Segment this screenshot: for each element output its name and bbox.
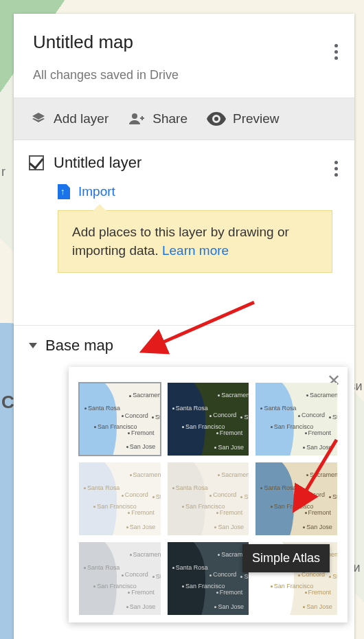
thumb-city-label: Santa Rosa [260, 405, 296, 412]
thumb-city-label: Santa Rosa [84, 405, 120, 412]
basemap-style-thumb[interactable]: SacramentoSanta RosaConcordStocktSan Fra… [167, 382, 250, 456]
toolbar: Add layer Share Preview [14, 98, 354, 140]
thumb-city-label: San Jose [214, 603, 244, 610]
preview-button[interactable]: Preview [207, 111, 280, 126]
collapse-triangle-icon [29, 343, 37, 348]
thumb-city-label: Stockt [152, 414, 161, 421]
thumb-city-label: Fremont [128, 509, 155, 516]
basemap-toggle[interactable]: Base map [29, 337, 339, 355]
thumb-city-label: Concord [122, 412, 148, 419]
thumb-city-label: Concord [298, 491, 325, 498]
thumb-city-label: Fremont [305, 589, 332, 596]
share-label: Share [152, 111, 187, 126]
thumb-city-label: Sacramento [306, 392, 338, 399]
basemap-style-thumb[interactable]: SacramentoSanta RosaConcordStocktSan Fra… [78, 462, 161, 536]
thumb-city-label: Concord [209, 412, 236, 418]
thumb-city-label: San Jose [303, 524, 332, 530]
thumb-city-label: Stockt [240, 414, 249, 421]
import-file-icon [58, 184, 70, 199]
thumb-city-label: San Jose [214, 524, 244, 530]
panel-header: Untitled map All changes saved in Drive [14, 14, 354, 98]
basemap-style-thumb[interactable]: SacramentoSanta RosaConcordStocktSan Fra… [167, 462, 250, 536]
learn-more-link[interactable]: Learn more [162, 243, 229, 258]
save-status: All changes saved in Drive [33, 68, 335, 82]
thumb-city-label: Concord [209, 571, 236, 578]
thumb-city-label: San Jose [126, 443, 156, 450]
thumb-city-label: Santa Rosa [260, 484, 296, 491]
thumb-city-label: Sacramento [218, 471, 249, 478]
basemap-style-thumb[interactable]: SacramentoSanta RosaConcordStocktSan Fra… [255, 462, 338, 536]
basemap-style-thumb[interactable]: SacramentoSanta RosaConcordStocktSan Fra… [78, 382, 161, 456]
thumb-city-label: Santa Rosa [84, 564, 120, 571]
thumb-city-label: San Jose [126, 524, 156, 530]
thumb-city-label: Sacramento [129, 392, 161, 399]
thumb-city-label: Stockt [152, 493, 161, 500]
add-layer-label: Add layer [54, 111, 109, 126]
thumb-city-label: Concord [122, 571, 148, 578]
thumb-city-label: Fremont [305, 429, 332, 436]
thumb-city-label: Fremont [216, 509, 243, 516]
bg-map-label: C [1, 392, 14, 413]
thumb-city-label: Fremont [305, 509, 332, 516]
basemap-style-tooltip: Simple Atlas [242, 544, 330, 572]
thumb-city-label: Santa Rosa [172, 484, 208, 491]
thumb-city-label: Sacramento [306, 471, 338, 478]
thumb-city-label: Fremont [216, 429, 243, 436]
thumb-city-label: Stockt [240, 573, 249, 580]
basemap-style-popup: ✕ SacramentoSanta RosaConcordStocktSan F… [69, 367, 348, 623]
thumb-city-label: San Jose [126, 603, 156, 610]
import-button[interactable]: Import [58, 184, 339, 199]
thumb-city-label: Stockt [329, 573, 338, 580]
svg-point-1 [214, 117, 218, 121]
basemap-label: Base map [45, 337, 113, 355]
thumb-city-label: San Jose [303, 603, 332, 610]
layer-visibility-checkbox[interactable] [29, 155, 44, 170]
thumb-city-label: Sacramento [130, 551, 161, 558]
person-add-icon [128, 111, 146, 127]
thumb-city-label: Sacramento [218, 392, 249, 399]
basemap-style-thumb[interactable]: SacramentoSanta RosaConcordStocktSan Fra… [255, 382, 338, 456]
thumb-city-label: Sacramento [130, 471, 161, 478]
layer-tip-callout: Add places to this layer by drawing or i… [58, 210, 332, 273]
layers-icon [30, 111, 47, 127]
thumb-city-label: Fremont [216, 589, 243, 596]
thumb-city-label: Fremont [128, 589, 155, 596]
layer-block: Untitled layer Import Add places to this… [14, 140, 354, 298]
thumb-city-label: Stockt [329, 414, 338, 421]
add-layer-button[interactable]: Add layer [30, 111, 109, 127]
thumb-city-label: Concord [298, 412, 325, 418]
layer-options-menu-button[interactable] [330, 157, 342, 181]
basemap-style-grid: SacramentoSanta RosaConcordStocktSan Fra… [78, 382, 338, 616]
thumb-city-label: Stockt [329, 493, 338, 500]
thumb-city-label: Stockt [152, 573, 161, 580]
thumb-city-label: San Jose [303, 444, 332, 451]
thumb-city-label: San Jose [214, 444, 244, 451]
thumb-city-label: Santa Rosa [172, 564, 208, 571]
basemap-style-thumb[interactable]: SacramentoSanta RosaConcordStocktSan Fra… [78, 541, 161, 616]
thumb-city-label: Concord [122, 491, 148, 498]
preview-label: Preview [233, 111, 280, 126]
map-title[interactable]: Untitled map [33, 32, 335, 53]
layer-header: Untitled layer [29, 154, 339, 172]
share-button[interactable]: Share [128, 111, 187, 127]
basemap-style-thumb[interactable]: SacramentoSanta RosaConcordStocktSan Fra… [167, 541, 250, 616]
thumb-city-label: Santa Rosa [84, 484, 120, 491]
thumb-city-label: Santa Rosa [172, 405, 208, 412]
bg-map-label: r [1, 165, 5, 179]
thumb-city-label: Stockt [240, 493, 249, 500]
thumb-city-label: Concord [209, 491, 236, 498]
eye-icon [207, 112, 226, 126]
map-options-menu-button[interactable] [330, 40, 342, 64]
thumb-city-label: Fremont [128, 429, 155, 436]
layer-name[interactable]: Untitled layer [54, 154, 141, 172]
import-label: Import [78, 184, 115, 199]
svg-point-0 [132, 113, 137, 119]
